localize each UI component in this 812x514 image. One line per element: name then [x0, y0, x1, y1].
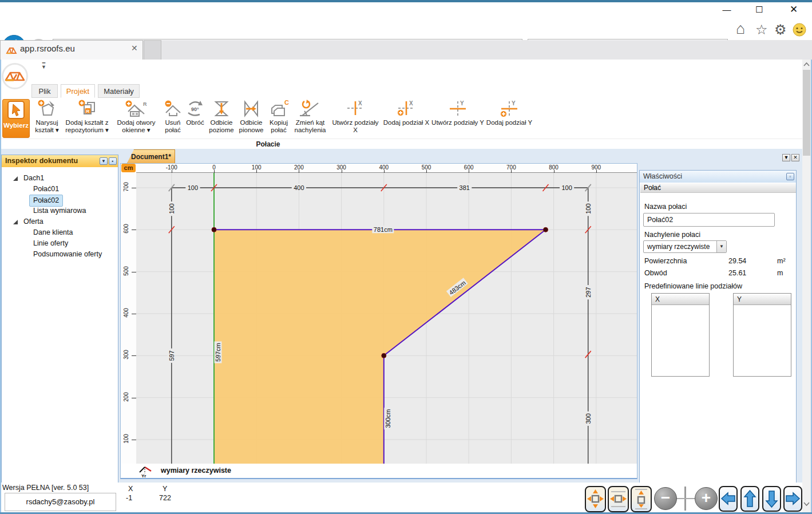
- document-close-button[interactable]: ✕: [791, 154, 799, 161]
- unit-badge: cm: [121, 164, 136, 172]
- delete-roof-plane-button[interactable]: Usuń połać: [161, 99, 185, 138]
- svg-text:781cm: 781cm: [374, 226, 393, 233]
- ribbon: Wybierz Narysuj kształt ▾ R Dodaj kształ…: [0, 98, 802, 139]
- app-logo[interactable]: [2, 63, 28, 89]
- select-button[interactable]: Wybierz: [2, 99, 30, 138]
- add-shape-from-repository-button[interactable]: R Dodaj kształt z repozytorium ▾: [63, 99, 111, 138]
- vertex-handle[interactable]: [382, 353, 386, 358]
- zoom-out-button[interactable]: −: [654, 487, 677, 510]
- fit-all-icon: [586, 487, 605, 511]
- svg-text:R: R: [86, 109, 90, 114]
- document-tab[interactable]: Document1*: [127, 149, 175, 163]
- tab-close-icon[interactable]: ✕: [131, 44, 138, 53]
- ribbon-tab-materialy[interactable]: Materiały: [98, 84, 140, 98]
- browser-tab[interactable]: app.rsroofs.eu ✕: [0, 40, 143, 60]
- vertex-handle[interactable]: [544, 227, 548, 232]
- tree-item-dach1[interactable]: Dach1: [2, 173, 118, 184]
- window-minimize-button[interactable]: —: [721, 4, 732, 15]
- zoom-fit-height-button[interactable]: [631, 486, 652, 512]
- svg-text:597cm: 597cm: [215, 343, 221, 362]
- user-account-box: rsdachy5@zasoby.pl: [5, 493, 116, 511]
- zoom-in-button[interactable]: +: [695, 487, 718, 510]
- area-label: Powierzchnia: [644, 257, 687, 265]
- ribbon-tab-projekt[interactable]: Projekt: [61, 84, 95, 98]
- quick-access-dropdown-icon[interactable]: ━▼: [41, 61, 46, 69]
- scroll-down-icon[interactable]: [803, 502, 810, 506]
- svg-text:R: R: [143, 101, 147, 107]
- slope-dropdown[interactable]: wymiary rzeczywiste ▼: [643, 240, 727, 253]
- mirror-vertical-button[interactable]: Odbicie pionowe: [237, 99, 266, 138]
- dimension-label: 381: [457, 184, 472, 191]
- settings-gear-icon[interactable]: ⚙: [774, 22, 787, 38]
- inspector-minimize-button[interactable]: ▪: [109, 157, 117, 165]
- add-division-y-button[interactable]: Y Dodaj podział Y: [485, 99, 533, 138]
- svg-text:100: 100: [188, 184, 198, 191]
- window-left-border: [0, 60, 1, 514]
- ruler-tick-label: 700: [123, 179, 129, 195]
- predefined-y-list[interactable]: Y: [733, 293, 791, 377]
- tree-item-oferta[interactable]: Oferta: [2, 216, 118, 227]
- svg-text:297: 297: [585, 287, 592, 297]
- dimension-label: 400: [292, 184, 306, 191]
- pan-up-button[interactable]: [740, 486, 759, 512]
- roof-name-input[interactable]: [643, 213, 775, 227]
- cursor-y-value: 722: [159, 494, 171, 502]
- ruler-tick: [132, 355, 136, 356]
- document-tab-list-button[interactable]: ▼: [782, 154, 790, 161]
- mirror-vertical-icon: [241, 99, 262, 118]
- page-scrollbar[interactable]: [802, 60, 811, 512]
- add-window-openings-button[interactable]: R Dodaj otwory okienne ▾: [112, 99, 160, 138]
- window-maximize-button[interactable]: ☐: [754, 4, 765, 15]
- slope-dropdown-arrow-icon[interactable]: ▼: [716, 241, 726, 252]
- change-slope-angle-button[interactable]: Zmień kąt nachylenia: [292, 99, 328, 138]
- select-cursor-icon: [6, 100, 26, 121]
- tree-item-podsumowanie-oferty[interactable]: Podsumowanie oferty: [2, 249, 118, 260]
- window-close-button[interactable]: ✕: [788, 4, 799, 15]
- draw-shape-button[interactable]: Narysuj kształt ▾: [33, 99, 61, 138]
- create-divisions-y-button[interactable]: Y Utwórz podziały Y: [431, 99, 484, 138]
- home-icon[interactable]: ⌂: [736, 20, 745, 38]
- add-division-x-button[interactable]: X Dodaj podział X: [382, 99, 430, 138]
- scroll-up-icon[interactable]: [803, 62, 810, 66]
- zoom-fit-width-button[interactable]: [608, 486, 629, 512]
- create-divisions-x-button[interactable]: X Utwórz podziały X: [330, 99, 381, 138]
- svg-text:90°: 90°: [191, 106, 199, 112]
- ruler-tick-label: 500: [123, 263, 129, 279]
- tree-item-po-a-01[interactable]: Połać01: [2, 184, 118, 195]
- copy-roof-plane-button[interactable]: C Kopiuj połać: [266, 99, 291, 138]
- tree-item-linie-oferty[interactable]: Linie oferty: [2, 238, 118, 249]
- pan-left-button[interactable]: [719, 486, 738, 512]
- feedback-smiley-icon[interactable]: [793, 23, 806, 37]
- area-unit: m²: [777, 257, 786, 265]
- vertex-handle[interactable]: [212, 227, 216, 232]
- svg-text:Yr: Yr: [141, 473, 146, 478]
- slope-dropdown-value: wymiary rzeczywiste: [647, 243, 710, 251]
- drawing-canvas[interactable]: -1000100200300400500600700800900 cm 7006…: [120, 163, 637, 479]
- ribbon-tab-plik[interactable]: Plik: [31, 84, 58, 98]
- zoom-fit-all-button[interactable]: [585, 486, 606, 512]
- svg-text:300: 300: [585, 413, 592, 424]
- tree-expand-icon[interactable]: [13, 176, 18, 181]
- scrollbar-thumb[interactable]: [803, 70, 810, 156]
- rotate-button[interactable]: 90° Obróć: [185, 99, 205, 138]
- svg-text:X: X: [409, 100, 413, 106]
- favorites-star-icon[interactable]: ☆: [755, 22, 768, 38]
- new-tab-stub[interactable]: [144, 40, 161, 60]
- predefined-x-list[interactable]: X: [651, 293, 710, 377]
- pan-right-button[interactable]: [783, 486, 802, 512]
- tree-item-dane-klienta[interactable]: Dane klienta: [2, 227, 118, 238]
- roof-plane-drawing[interactable]: 100400381100100597100297300781cm483cm597…: [136, 173, 637, 464]
- ruler-tick-label: 600: [123, 221, 129, 237]
- inspector-dropdown-button[interactable]: ▼: [100, 157, 108, 165]
- ruler-tick-label: 100: [123, 430, 129, 446]
- pan-down-button[interactable]: [762, 486, 781, 512]
- tree-item-po-a-02[interactable]: Połać02: [2, 195, 118, 205]
- pan-right-icon: [785, 487, 801, 511]
- properties-minimize-button[interactable]: ▫: [786, 173, 794, 180]
- mirror-horizontal-button[interactable]: Odbicie poziome: [207, 99, 236, 138]
- ruler-tick: [132, 314, 136, 314]
- svg-text:381: 381: [460, 184, 470, 191]
- tree-expand-icon[interactable]: [13, 220, 18, 224]
- tree-item-lista-wymiarowa[interactable]: Lista wymiarowa: [2, 205, 118, 216]
- horizontal-ruler: -1000100200300400500600700800900: [136, 164, 637, 173]
